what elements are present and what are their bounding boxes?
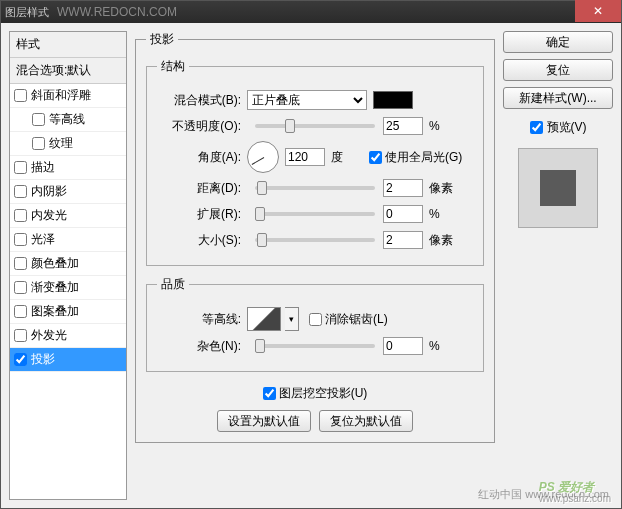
size-unit: 像素 — [429, 232, 459, 249]
new-style-button[interactable]: 新建样式(W)... — [503, 87, 613, 109]
distance-unit: 像素 — [429, 180, 459, 197]
style-item-9[interactable]: 图案叠加 — [10, 300, 126, 324]
titlebar: 图层样式 WWW.REDOCN.COM ✕ — [1, 1, 621, 23]
spread-input[interactable] — [383, 205, 423, 223]
style-item-checkbox[interactable] — [14, 329, 27, 342]
style-item-1[interactable]: 等高线 — [10, 108, 126, 132]
noise-slider[interactable] — [255, 344, 375, 348]
layer-style-dialog: 图层样式 WWW.REDOCN.COM ✕ 样式 混合选项:默认 斜面和浮雕等高… — [0, 0, 622, 509]
window-title: 图层样式 — [5, 5, 49, 20]
angle-label: 角度(A): — [157, 149, 247, 166]
style-item-8[interactable]: 渐变叠加 — [10, 276, 126, 300]
global-light-checkbox[interactable]: 使用全局光(G) — [369, 149, 462, 166]
main-fieldset: 投影 结构 混合模式(B): 正片叠底 不透明度(O): % — [135, 31, 495, 443]
style-item-label: 纹理 — [49, 135, 73, 152]
style-item-checkbox[interactable] — [14, 281, 27, 294]
opacity-label: 不透明度(O): — [157, 118, 247, 135]
size-slider[interactable] — [255, 238, 375, 242]
cancel-button[interactable]: 复位 — [503, 59, 613, 81]
title-watermark: WWW.REDOCN.COM — [57, 5, 177, 19]
style-item-checkbox[interactable] — [32, 113, 45, 126]
style-item-checkbox[interactable] — [32, 137, 45, 150]
size-label: 大小(S): — [157, 232, 247, 249]
noise-label: 杂色(N): — [157, 338, 247, 355]
reset-default-button[interactable]: 复位为默认值 — [319, 410, 413, 432]
structure-legend: 结构 — [157, 58, 189, 75]
antialias-checkbox[interactable]: 消除锯齿(L) — [309, 311, 388, 328]
preview-checkbox[interactable]: 预览(V) — [503, 119, 613, 136]
style-item-checkbox[interactable] — [14, 305, 27, 318]
spread-slider[interactable] — [255, 212, 375, 216]
close-icon: ✕ — [593, 4, 603, 18]
style-item-0[interactable]: 斜面和浮雕 — [10, 84, 126, 108]
blend-mode-label: 混合模式(B): — [157, 92, 247, 109]
distance-label: 距离(D): — [157, 180, 247, 197]
structure-fieldset: 结构 混合模式(B): 正片叠底 不透明度(O): % 角度(A): — [146, 58, 484, 266]
style-item-label: 颜色叠加 — [31, 255, 79, 272]
style-item-label: 斜面和浮雕 — [31, 87, 91, 104]
distance-slider[interactable] — [255, 186, 375, 190]
preview-swatch — [540, 170, 576, 206]
style-item-3[interactable]: 描边 — [10, 156, 126, 180]
style-item-checkbox[interactable] — [14, 209, 27, 222]
style-item-checkbox[interactable] — [14, 161, 27, 174]
style-item-2[interactable]: 纹理 — [10, 132, 126, 156]
style-item-label: 投影 — [31, 351, 55, 368]
style-item-checkbox[interactable] — [14, 257, 27, 270]
ok-button[interactable]: 确定 — [503, 31, 613, 53]
style-item-checkbox[interactable] — [14, 185, 27, 198]
right-panel: 确定 复位 新建样式(W)... 预览(V) — [503, 31, 613, 500]
style-item-label: 渐变叠加 — [31, 279, 79, 296]
style-item-label: 内阴影 — [31, 183, 67, 200]
style-item-4[interactable]: 内阴影 — [10, 180, 126, 204]
style-item-5[interactable]: 内发光 — [10, 204, 126, 228]
opacity-unit: % — [429, 119, 459, 133]
style-item-label: 外发光 — [31, 327, 67, 344]
center-panel: 投影 结构 混合模式(B): 正片叠底 不透明度(O): % — [135, 31, 495, 500]
style-item-label: 描边 — [31, 159, 55, 176]
style-item-label: 图案叠加 — [31, 303, 79, 320]
style-item-7[interactable]: 颜色叠加 — [10, 252, 126, 276]
noise-unit: % — [429, 339, 459, 353]
style-item-checkbox[interactable] — [14, 233, 27, 246]
ps-watermark: PS 爱好者 www.psahz.com — [539, 471, 611, 504]
contour-label: 等高线: — [157, 311, 247, 328]
style-item-10[interactable]: 外发光 — [10, 324, 126, 348]
style-item-label: 内发光 — [31, 207, 67, 224]
contour-dropdown-icon[interactable]: ▾ — [285, 307, 299, 331]
opacity-input[interactable] — [383, 117, 423, 135]
angle-dial[interactable] — [247, 141, 279, 173]
opacity-slider[interactable] — [255, 124, 375, 128]
blend-options-item[interactable]: 混合选项:默认 — [10, 58, 126, 84]
make-default-button[interactable]: 设置为默认值 — [217, 410, 311, 432]
noise-input[interactable] — [383, 337, 423, 355]
style-item-11[interactable]: 投影 — [10, 348, 126, 372]
quality-legend: 品质 — [157, 276, 189, 293]
angle-input[interactable] — [285, 148, 325, 166]
distance-input[interactable] — [383, 179, 423, 197]
spread-unit: % — [429, 207, 459, 221]
style-item-checkbox[interactable] — [14, 353, 27, 366]
style-item-label: 光泽 — [31, 231, 55, 248]
blend-mode-select[interactable]: 正片叠底 — [247, 90, 367, 110]
contour-picker[interactable] — [247, 307, 281, 331]
main-legend: 投影 — [146, 31, 178, 48]
knockout-checkbox[interactable]: 图层挖空投影(U) — [263, 385, 368, 402]
spread-label: 扩展(R): — [157, 206, 247, 223]
dialog-body: 样式 混合选项:默认 斜面和浮雕等高线纹理描边内阴影内发光光泽颜色叠加渐变叠加图… — [1, 23, 621, 508]
shadow-color-swatch[interactable] — [373, 91, 413, 109]
size-input[interactable] — [383, 231, 423, 249]
styles-list: 样式 混合选项:默认 斜面和浮雕等高线纹理描边内阴影内发光光泽颜色叠加渐变叠加图… — [9, 31, 127, 500]
style-item-label: 等高线 — [49, 111, 85, 128]
preview-box — [518, 148, 598, 228]
styles-header[interactable]: 样式 — [10, 32, 126, 58]
angle-unit: 度 — [331, 149, 361, 166]
close-button[interactable]: ✕ — [575, 0, 621, 22]
style-item-checkbox[interactable] — [14, 89, 27, 102]
quality-fieldset: 品质 等高线: ▾ 消除锯齿(L) 杂色(N): — [146, 276, 484, 372]
style-item-6[interactable]: 光泽 — [10, 228, 126, 252]
